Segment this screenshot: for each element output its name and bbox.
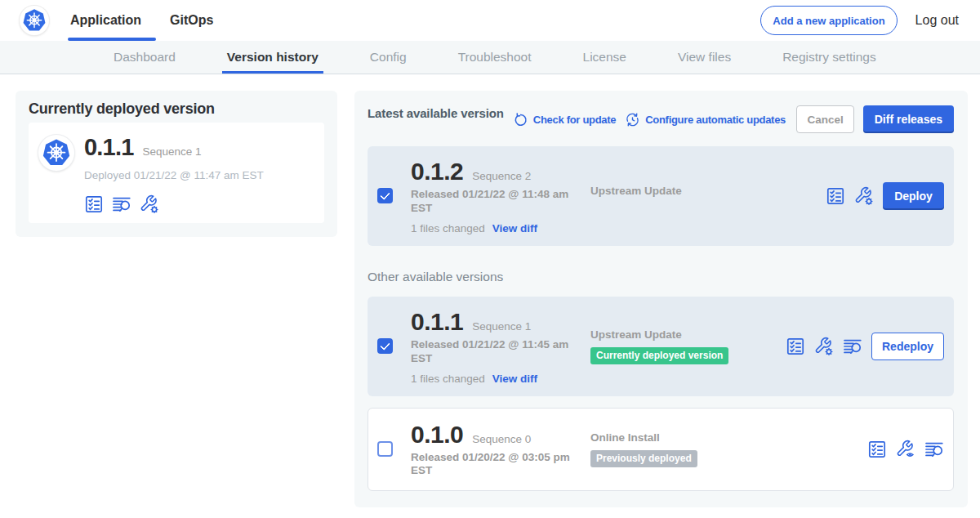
currently-deployed-card: Currently deployed version 0.1.1 Sequenc… xyxy=(16,91,337,237)
deployed-sequence-label: Sequence 1 xyxy=(143,145,202,158)
currently-deployed-badge: Currently deployed version xyxy=(590,347,728,364)
version-column: 0.1.2 Sequence 2 Released 01/21/22 @ 11:… xyxy=(411,158,572,234)
subnav-tab-dashboard[interactable]: Dashboard xyxy=(114,41,176,74)
subnav-tab-config-label: Config xyxy=(370,50,407,65)
top-navbar: Application GitOps Add a new application… xyxy=(0,0,980,41)
app-subnav: Dashboard Version history Config Trouble… xyxy=(0,41,980,74)
subnav-tab-view-files-label: View files xyxy=(678,50,731,65)
previously-deployed-badge: Previously deployed xyxy=(590,450,697,467)
cancel-button[interactable]: Cancel xyxy=(796,105,853,133)
version-checkbox[interactable] xyxy=(377,338,393,354)
check-for-update-label: Check for update xyxy=(533,114,616,126)
version-line: 0.1.2 Sequence 2 xyxy=(411,158,572,185)
actions-column xyxy=(867,440,944,459)
release-notes-icon[interactable] xyxy=(867,440,887,459)
released-timestamp: Released 01/21/22 @ 11:48 am EST xyxy=(411,188,572,216)
subnav-tab-registry-settings-label: Registry settings xyxy=(782,50,876,65)
topnav-tab-gitops[interactable]: GitOps xyxy=(161,0,222,41)
version-source-label: Upstream Update xyxy=(590,328,776,341)
sequence-label: Sequence 2 xyxy=(472,170,531,182)
topnav-tab-gitops-label: GitOps xyxy=(170,13,213,28)
files-changed-line: 1 files changedView diff xyxy=(411,222,572,234)
deployed-version-info: 0.1.1 Sequence 1 Deployed 01/21/22 @ 11:… xyxy=(84,135,264,214)
source-column: Upstream Update xyxy=(590,185,816,197)
subnav-tab-dashboard-label: Dashboard xyxy=(114,50,176,65)
kubernetes-logo-icon xyxy=(22,8,47,33)
redeploy-button[interactable]: Redeploy xyxy=(871,333,944,360)
sequence-label: Sequence 0 xyxy=(472,433,531,445)
version-column: 0.1.1 Sequence 1 Released 01/21/22 @ 11:… xyxy=(411,308,572,385)
version-checkbox[interactable] xyxy=(377,441,393,457)
view-diff-link[interactable]: View diff xyxy=(492,373,537,385)
sequence-label: Sequence 1 xyxy=(472,320,531,333)
version-row-0-1-0: 0.1.0 Sequence 0 Released 01/20/22 @ 03:… xyxy=(368,408,954,492)
check-for-update-link[interactable]: Check for update xyxy=(513,112,616,127)
files-changed-label: 1 files changed xyxy=(411,373,485,385)
preflight-checks-icon[interactable] xyxy=(843,337,862,356)
version-row-0-1-2: 0.1.2 Sequence 2 Released 01/21/22 @ 11:… xyxy=(368,146,954,246)
released-timestamp: Released 01/20/22 @ 03:05 pm EST xyxy=(411,451,572,479)
version-line: 0.1.0 Sequence 0 xyxy=(411,421,572,448)
refresh-icon xyxy=(513,112,528,127)
version-source-label: Upstream Update xyxy=(590,185,816,197)
deployed-actions xyxy=(84,194,264,214)
version-number: 0.1.2 xyxy=(411,158,463,185)
subnav-tab-troubleshoot[interactable]: Troubleshoot xyxy=(458,41,532,74)
deployed-version-card: 0.1.1 Sequence 1 Deployed 01/21/22 @ 11:… xyxy=(29,123,324,223)
view-diff-link[interactable]: View diff xyxy=(492,222,537,234)
topnav-tab-application-label: Application xyxy=(70,13,141,28)
version-history-panel: Latest available version Check for updat… xyxy=(354,91,968,507)
subnav-tab-troubleshoot-label: Troubleshoot xyxy=(458,50,532,65)
logout-button[interactable]: Log out xyxy=(915,13,959,28)
preflight-checks-icon[interactable] xyxy=(924,440,944,459)
source-column: Upstream Update Currently deployed versi… xyxy=(590,328,776,364)
main-content: Currently deployed version 0.1.1 Sequenc… xyxy=(0,74,980,507)
diff-releases-button[interactable]: Diff releases xyxy=(863,105,954,133)
subnav-tab-license-label: License xyxy=(583,50,626,65)
deployed-app-logo xyxy=(38,135,74,171)
subnav-tab-registry-settings[interactable]: Registry settings xyxy=(782,41,876,74)
source-column: Online Install Previously deployed xyxy=(590,431,858,467)
actions-column: Redeploy xyxy=(786,333,944,360)
subnav-tab-config[interactable]: Config xyxy=(370,41,407,74)
currently-deployed-title: Currently deployed version xyxy=(29,100,324,118)
latest-version-header: Latest available version Check for updat… xyxy=(368,105,954,133)
config-icon[interactable] xyxy=(814,337,834,356)
version-column: 0.1.0 Sequence 0 Released 01/20/22 @ 03:… xyxy=(411,421,572,479)
subnav-tab-license[interactable]: License xyxy=(583,41,626,74)
version-row-0-1-1: 0.1.1 Sequence 1 Released 01/21/22 @ 11:… xyxy=(368,297,954,396)
subnav-tab-version-history-label: Version history xyxy=(227,50,318,65)
release-notes-icon[interactable] xyxy=(84,194,104,214)
add-application-button[interactable]: Add a new application xyxy=(760,6,897,35)
kubernetes-logo-icon xyxy=(42,138,71,167)
version-number: 0.1.0 xyxy=(411,421,463,448)
version-source-label: Online Install xyxy=(590,431,858,444)
row-gap xyxy=(368,396,954,408)
version-line: 0.1.1 Sequence 1 xyxy=(84,135,264,161)
deploy-button[interactable]: Deploy xyxy=(883,182,944,210)
version-checkbox[interactable] xyxy=(377,188,393,203)
subnav-tab-version-history[interactable]: Version history xyxy=(227,41,318,74)
clock-refresh-icon xyxy=(625,112,640,127)
version-line: 0.1.1 Sequence 1 xyxy=(411,308,572,335)
deployed-timestamp: Deployed 01/21/22 @ 11:47 am EST xyxy=(84,169,264,181)
version-number: 0.1.1 xyxy=(411,308,463,335)
app-logo xyxy=(20,6,49,35)
files-changed-line: 1 files changedView diff xyxy=(411,373,572,385)
topnav-tab-application[interactable]: Application xyxy=(61,0,150,41)
released-timestamp: Released 01/21/22 @ 11:45 am EST xyxy=(411,338,572,366)
other-versions-heading: Other available versions xyxy=(368,270,954,284)
files-changed-label: 1 files changed xyxy=(411,222,485,234)
configure-updates-link[interactable]: Configure automatic updates xyxy=(625,112,786,127)
config-icon[interactable] xyxy=(854,186,874,206)
subnav-tab-view-files[interactable]: View files xyxy=(678,41,731,74)
configure-updates-label: Configure automatic updates xyxy=(645,114,786,126)
actions-column: Deploy xyxy=(826,182,944,210)
preflight-checks-icon[interactable] xyxy=(112,194,131,214)
release-notes-icon[interactable] xyxy=(786,337,805,356)
deployed-version-number: 0.1.1 xyxy=(84,135,134,161)
latest-version-title: Latest available version xyxy=(368,106,504,120)
config-icon[interactable] xyxy=(140,194,159,214)
config-view-icon[interactable] xyxy=(896,440,915,459)
release-notes-icon[interactable] xyxy=(826,186,845,206)
